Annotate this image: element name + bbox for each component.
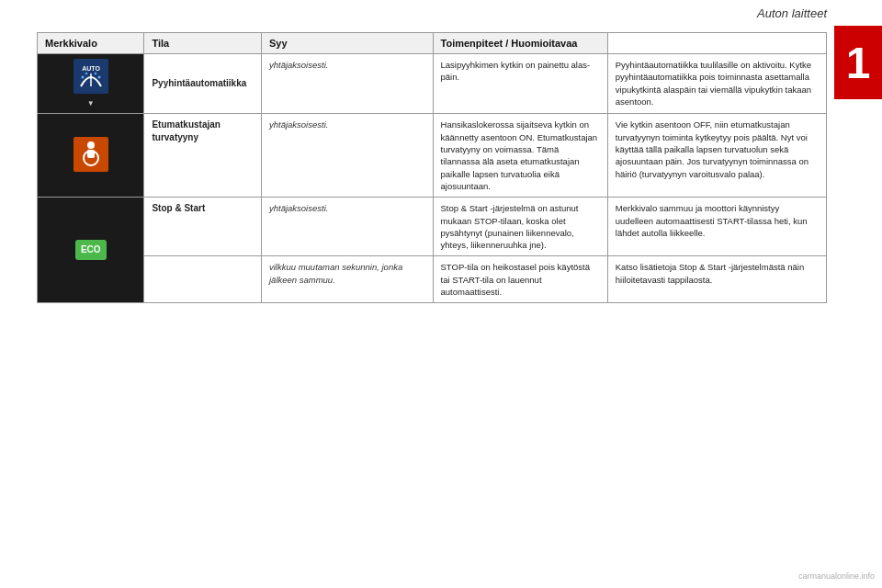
merkkivalo-cell-4	[144, 256, 262, 303]
toimenpiteet-cell-4: Katso lisätietoja Stop & Start -järjeste…	[607, 256, 826, 303]
tila-cell-4: vilkkuu muutaman sekunnin, jonka jälkeen…	[261, 256, 433, 303]
chapter-number: 1	[834, 26, 882, 99]
merkkivalo-cell-2: Etumatkustajan turvatyyny	[144, 114, 262, 198]
icon-cell-eco: ECO	[38, 198, 144, 303]
icon-cell-wiper: AUTO ▼	[38, 54, 144, 114]
col-header-syy: Syy	[261, 33, 433, 54]
toimenpiteet-cell-3: Merkkivalo sammuu ja moottori käynnistyy…	[607, 198, 826, 256]
col-header-toimenpiteet: Toimenpiteet / Huomioitavaa	[433, 33, 607, 54]
svg-text:AUTO: AUTO	[82, 65, 100, 72]
svg-point-4	[97, 76, 100, 79]
tila-cell-2: yhtäjaksoisesti.	[261, 114, 433, 198]
syy-cell-2: Hansikaslokerossa sijaitseva kytkin on k…	[433, 114, 607, 198]
svg-point-8	[87, 141, 95, 149]
auto-wiper-icon: AUTO	[74, 59, 108, 94]
merkkivalo-cell-1: Pyyhintäautomatiikka	[144, 54, 262, 114]
info-table: Merkkivalo Tila Syy Toimenpiteet / Huomi…	[37, 32, 827, 303]
airbag-icon	[74, 137, 108, 172]
syy-cell-1: Lasipyyhkimen kytkin on painettu alas­pä…	[433, 54, 607, 114]
table-row: vilkkuu muutaman sekunnin, jonka jälkeen…	[38, 256, 827, 303]
col-header-tila: Tila	[144, 33, 262, 54]
header-title: Auton laitteet	[757, 6, 827, 20]
svg-point-3	[81, 76, 84, 79]
syy-cell-3: Stop & Start -järjestelmä on astunut muk…	[433, 198, 607, 256]
table-row: Etumatkustajan turvatyyny yhtäjaksoisest…	[38, 114, 827, 198]
svg-point-6	[95, 73, 96, 74]
eco-badge: ECO	[75, 240, 107, 260]
header-bar: Auton laitteet	[0, 0, 882, 26]
syy-cell-4: STOP-tila on heikostasel pois käytöstä t…	[433, 256, 607, 303]
toimenpiteet-cell-2: Vie kytkin asentoon OFF, niin etumatkust…	[607, 114, 826, 198]
icon-cell-airbag	[38, 114, 144, 198]
table-row: AUTO ▼ Pyyhintäautomatiikka yhtäjaksoise…	[38, 54, 827, 114]
toimenpiteet-cell-1: Pyyhintäautomatiikka tuulilasille on akt…	[607, 54, 826, 114]
main-table-wrapper: Merkkivalo Tila Syy Toimenpiteet / Huomi…	[37, 32, 827, 514]
svg-point-5	[85, 73, 87, 74]
watermark: carmanualonline.info	[798, 571, 875, 581]
tila-cell-3: yhtäjaksoisesti.	[261, 198, 433, 256]
wiper-label: ▼	[45, 98, 136, 108]
col-header-merkkivalo: Merkkivalo	[38, 33, 144, 54]
tila-cell-1: yhtäjaksoisesti.	[261, 54, 433, 114]
merkkivalo-cell-3: Stop & Start	[144, 198, 262, 256]
table-row: ECO Stop & Start yhtäjaksoisesti. Stop &…	[38, 198, 827, 256]
